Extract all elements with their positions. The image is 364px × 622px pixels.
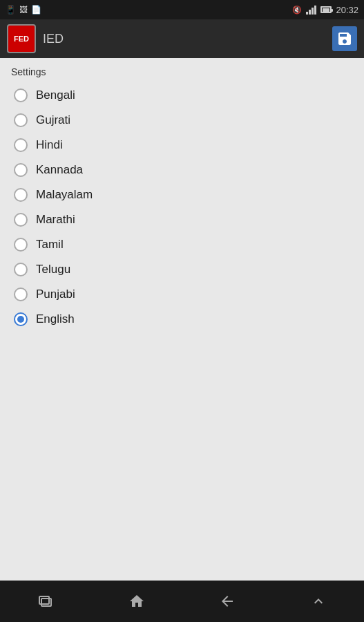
radio-label-malayalam: Malayalam [36, 188, 93, 202]
radio-circle-bengali [14, 88, 28, 102]
image-icon: 🖼 [19, 5, 28, 15]
radio-circle-tamil [14, 238, 28, 252]
language-option-marathi[interactable]: Marathi [11, 207, 353, 232]
language-option-punjabi[interactable]: Punjabi [11, 282, 353, 307]
radio-label-english: English [36, 312, 75, 326]
radio-label-tamil: Tamil [36, 238, 64, 252]
radio-circle-malayalam [14, 188, 28, 202]
language-option-telugu[interactable]: Telugu [11, 257, 353, 282]
signal-bars [306, 6, 316, 15]
radio-label-bengali: Bengali [36, 88, 75, 102]
language-option-gujrati[interactable]: Gujrati [11, 108, 353, 133]
save-button[interactable] [332, 26, 357, 51]
radio-label-marathi: Marathi [36, 213, 75, 227]
battery-icon [320, 6, 332, 13]
radio-label-gujrati: Gujrati [36, 113, 70, 127]
phone-icon: 📱 [6, 5, 16, 15]
app-title: IED [43, 32, 64, 46]
settings-content: Settings BengaliGujratiHindiKannadaMalay… [0, 58, 364, 581]
menu-button[interactable] [298, 587, 339, 615]
chevron-up-icon [310, 593, 327, 610]
back-button[interactable] [207, 587, 248, 615]
radio-circle-marathi [14, 213, 28, 227]
app-logo: FED [7, 24, 36, 53]
top-bar-left: FED IED [7, 24, 64, 53]
home-icon [128, 593, 145, 610]
radio-label-punjabi: Punjabi [36, 288, 75, 301]
language-option-kannada[interactable]: Kannada [11, 158, 353, 182]
radio-circle-kannada [14, 163, 28, 177]
app-logo-text: FED [14, 35, 29, 43]
back-icon [219, 593, 236, 610]
language-option-english[interactable]: English [11, 307, 353, 332]
radio-circle-hindi [14, 138, 28, 152]
file-icon: 📄 [31, 5, 41, 15]
radio-circle-english [14, 312, 28, 326]
recents-icon [37, 593, 54, 610]
radio-label-telugu: Telugu [36, 263, 70, 276]
time-display: 20:32 [336, 5, 358, 15]
save-icon [336, 30, 353, 47]
language-option-tamil[interactable]: Tamil [11, 232, 353, 257]
mute-icon: 🔇 [292, 6, 302, 15]
language-option-malayalam[interactable]: Malayalam [11, 182, 353, 207]
bottom-nav-bar [0, 581, 364, 622]
language-option-hindi[interactable]: Hindi [11, 133, 353, 158]
status-bar-left: 📱 🖼 📄 [6, 5, 41, 15]
home-button[interactable] [116, 587, 157, 615]
status-bar-right: 🔇 20:32 [292, 5, 358, 15]
radio-label-hindi: Hindi [36, 138, 63, 152]
top-bar: FED IED [0, 19, 364, 58]
radio-circle-gujrati [14, 113, 28, 127]
status-bar: 📱 🖼 📄 🔇 20:32 [0, 0, 364, 19]
settings-section-label: Settings [11, 66, 353, 77]
radio-label-kannada: Kannada [36, 163, 83, 177]
radio-circle-punjabi [14, 288, 28, 301]
language-radio-list: BengaliGujratiHindiKannadaMalayalamMarat… [11, 83, 353, 332]
recents-button[interactable] [25, 587, 66, 615]
radio-circle-telugu [14, 263, 28, 276]
language-option-bengali[interactable]: Bengali [11, 83, 353, 108]
